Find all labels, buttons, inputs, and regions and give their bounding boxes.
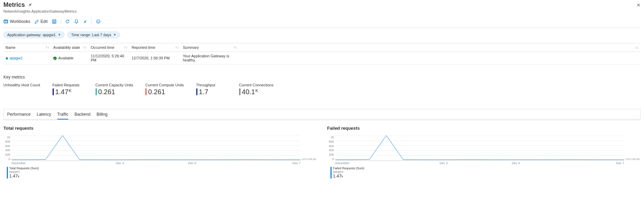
table-header[interactable]: Reported time↑↓ xyxy=(130,43,181,52)
tab-latency[interactable]: Latency xyxy=(37,112,51,119)
table-header[interactable]: Summary↑↓ xyxy=(181,43,239,52)
chart-xaxis: DecemberDec 3Dec 5Dec 7 xyxy=(335,161,624,165)
legend-value: 1.47 xyxy=(9,173,18,179)
key-metric-label: Current Capacity Units xyxy=(96,83,133,87)
key-metric-card[interactable]: Throughput1.7 xyxy=(196,83,227,95)
filter-timerange[interactable]: Time range: Last 7 days ▼ xyxy=(67,31,120,38)
key-metric-suffix: K xyxy=(69,88,72,95)
chart-yaxis: 1k8006004002000 xyxy=(3,135,12,161)
svg-rect-1 xyxy=(4,20,6,23)
key-metric-value: 40.1 xyxy=(242,88,255,95)
table-header[interactable]: Availability state↑↓ xyxy=(51,43,89,52)
page-title: Metrics xyxy=(3,1,25,9)
chart-plot[interactable] xyxy=(12,135,301,161)
key-metric-card[interactable]: Unhealthy Host Count xyxy=(3,83,40,95)
edit-button[interactable]: Edit xyxy=(34,19,48,24)
svg-rect-3 xyxy=(6,22,7,23)
occurred-time: 11/12/2020, 5:26:40 PM xyxy=(89,52,130,65)
legend-suffix: k xyxy=(341,175,343,178)
tab-performance[interactable]: Performance xyxy=(7,112,31,119)
tab-backend[interactable]: Backend xyxy=(74,112,90,119)
key-metric-value: 1.47 xyxy=(55,88,69,95)
filter-gateway-label: Application gateway: appgw1 xyxy=(7,33,56,37)
key-metric-bar xyxy=(53,88,54,95)
chart-yaxis: 1k8006004002000 xyxy=(327,135,335,161)
key-metric-label: Unhealthy Host Count xyxy=(3,83,40,87)
svg-point-8 xyxy=(99,21,99,21)
filter-gateway[interactable]: Application gateway: appgw1 ▼ xyxy=(3,31,64,38)
key-metric-card[interactable]: Failed Requests1.47K xyxy=(53,83,83,95)
key-metric-bar xyxy=(239,88,240,95)
resource-link[interactable]: appgw1 xyxy=(10,56,23,60)
key-metric-label: Current Compute Units xyxy=(145,83,184,87)
table-header[interactable]: ↑↓ xyxy=(239,43,641,52)
chart-plot[interactable] xyxy=(335,135,624,161)
legend-suffix: k xyxy=(18,175,19,178)
tab-billing[interactable]: Billing xyxy=(97,112,107,119)
legend-value: 1.47 xyxy=(333,173,341,179)
key-metric-label: Failed Requests xyxy=(53,83,83,87)
toolbar-divider xyxy=(61,19,61,24)
refresh-icon[interactable] xyxy=(65,19,70,24)
svg-point-7 xyxy=(97,21,98,21)
key-metrics-row: Unhealthy Host CountFailed Requests1.47K… xyxy=(3,83,641,95)
key-metric-card[interactable]: Current Compute Units0.261 xyxy=(145,83,184,95)
key-metric-value: 0.261 xyxy=(148,88,165,95)
chart-legend: Total Requests (Sum)appgw11.47k xyxy=(7,167,317,179)
chart-legend: Failed Requests (Sum)appgw11.47k xyxy=(331,167,641,179)
key-metric-card[interactable]: Current Capacity Units0.261 xyxy=(96,83,133,95)
svg-point-6 xyxy=(96,20,100,24)
chevron-down-icon: ▼ xyxy=(113,33,116,37)
svg-rect-2 xyxy=(6,20,7,22)
toolbar-divider-2 xyxy=(91,19,92,24)
key-metric-bar xyxy=(196,88,197,95)
filter-timerange-label: Time range: Last 7 days xyxy=(71,33,111,37)
chart-xaxis: DecemberDec 3Dec 5Dec 7 xyxy=(12,161,301,165)
filter-bar: Application gateway: appgw1 ▼ Time range… xyxy=(3,28,641,42)
tabs: PerformanceLatencyTrafficBackendBilling xyxy=(4,109,640,120)
key-metric-label: Throughput xyxy=(196,83,227,87)
chart-card: Total requests1k8006004002000UTC+05:30De… xyxy=(3,124,317,179)
resource-table: Name↑↓Availability state↑↓Occurred time↑… xyxy=(3,43,641,65)
key-metric-value: 0.261 xyxy=(98,88,115,95)
workbooks-button[interactable]: Workbooks xyxy=(3,19,30,24)
key-metric-value: 1.7 xyxy=(199,88,208,95)
chevron-down-icon: ▼ xyxy=(58,33,61,37)
key-metric-card[interactable]: Current Connections40.1K xyxy=(239,83,274,95)
status-text: Available xyxy=(58,56,73,60)
summary-text: Your Application Gateway is healthy. xyxy=(181,52,239,65)
svg-rect-5 xyxy=(53,22,55,23)
table-header[interactable]: Occurred time↑↓ xyxy=(89,43,130,52)
chart-timezone: UTC+05:30 xyxy=(624,135,641,161)
svg-rect-4 xyxy=(52,20,56,24)
table-row: ◆appgw1Available11/12/2020, 5:26:40 PM12… xyxy=(3,52,641,65)
pin-icon[interactable] xyxy=(26,1,33,9)
key-metric-label: Current Connections xyxy=(239,83,274,87)
page-subtitle: NetworkInsights-ApplicationGatewayMetric… xyxy=(3,9,641,13)
charts-row: Total requests1k8006004002000UTC+05:30De… xyxy=(3,124,641,179)
reported-time: 12/7/2020, 1:58:39 PM xyxy=(130,52,181,65)
key-metric-bar xyxy=(145,88,147,95)
table-header[interactable]: Name↑↓ xyxy=(3,43,51,52)
edit-label: Edit xyxy=(41,19,48,24)
alert-icon[interactable] xyxy=(74,19,79,24)
resource-icon: ◆ xyxy=(5,56,8,60)
help-icon[interactable] xyxy=(96,19,101,24)
chart-timezone: UTC+05:30 xyxy=(301,135,317,161)
save-icon[interactable] xyxy=(52,19,57,24)
pin-dashboard-icon[interactable] xyxy=(83,19,87,24)
workbooks-icon xyxy=(3,19,8,24)
key-metric-bar xyxy=(96,88,97,95)
status-icon xyxy=(53,57,57,60)
close-icon[interactable]: ✕ xyxy=(636,2,641,8)
toolbar: Workbooks Edit xyxy=(3,16,641,28)
tab-traffic[interactable]: Traffic xyxy=(57,112,69,119)
workbooks-label: Workbooks xyxy=(10,19,30,24)
chart-card: Failed requests1k8006004002000UTC+05:30D… xyxy=(327,124,641,179)
chart-title: Failed requests xyxy=(327,126,641,131)
chart-title: Total requests xyxy=(3,126,317,131)
key-metrics-heading: Key metrics xyxy=(3,75,641,80)
edit-icon xyxy=(34,19,39,24)
key-metric-suffix: K xyxy=(255,88,258,95)
